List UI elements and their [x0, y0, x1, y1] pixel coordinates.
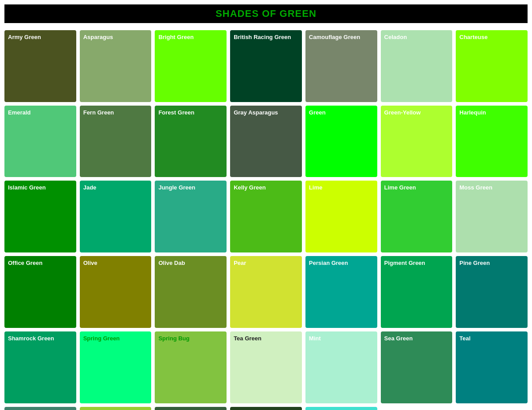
color-cell: Kelly Green: [230, 181, 302, 252]
color-cell: Lime: [305, 181, 377, 252]
color-cell: Sea Green: [381, 331, 453, 403]
color-name: Olive Dab: [158, 260, 185, 267]
color-cell: Asparagus: [80, 30, 152, 102]
color-cell: Shamrock Green: [4, 331, 76, 403]
color-cell: Harlequin: [456, 106, 528, 177]
color-name: Gray Asparagus: [234, 109, 278, 117]
color-cell: Pear: [230, 256, 302, 328]
title-highlight: GREEN: [280, 8, 317, 19]
color-cell: Yellow-Green: [80, 407, 152, 410]
color-name: Army Green: [8, 34, 41, 41]
color-name: Teal: [459, 335, 470, 343]
color-name: Lime: [309, 184, 322, 192]
color-cell: Hunter Green: [155, 407, 227, 410]
color-cell: Celadon: [381, 30, 453, 102]
color-name: Charteuse: [459, 34, 488, 41]
color-cell: Green-Yellow: [381, 106, 453, 177]
color-cell: Pigment Green: [381, 256, 453, 328]
color-name: British Racing Green: [234, 34, 291, 41]
color-name: Asparagus: [83, 34, 113, 41]
color-name: Harlequin: [459, 109, 486, 117]
color-name: Spring Bug: [158, 335, 189, 343]
color-cell: Jungle Green: [155, 181, 227, 252]
color-name: Camouflage Green: [309, 34, 360, 41]
color-name: Emerald: [8, 109, 31, 117]
color-grid: Army GreenAsparagusBright GreenBritish R…: [4, 30, 528, 410]
color-cell: Persian Green: [305, 256, 377, 328]
color-name: Tea Green: [234, 335, 262, 343]
color-cell: Pine Green: [456, 256, 528, 328]
color-cell: Teal: [456, 331, 528, 403]
color-cell: Forest Green: [155, 106, 227, 177]
color-name: Green-Yellow: [384, 109, 421, 117]
color-cell: Olive Dab: [155, 256, 227, 328]
color-name: Jade: [83, 184, 97, 192]
color-name: Olive: [83, 260, 98, 267]
color-cell: Camouflage Green: [305, 30, 377, 102]
color-name: Mint: [309, 335, 321, 343]
color-cell: Viridian: [4, 407, 76, 410]
color-cell: Myrtle: [230, 407, 302, 410]
color-name: Kelly Green: [234, 184, 266, 192]
color-name: Forest Green: [158, 109, 194, 117]
color-name: Celadon: [384, 34, 407, 41]
color-name: Spring Green: [83, 335, 120, 343]
color-name: Sea Green: [384, 335, 413, 343]
color-name: Persian Green: [309, 260, 348, 267]
color-name: Shamrock Green: [8, 335, 54, 343]
color-cell: Lime Green: [381, 181, 453, 252]
color-cell: Army Green: [4, 30, 76, 102]
color-cell: Spring Bug: [155, 331, 227, 403]
color-cell: Olive: [80, 256, 152, 328]
color-cell: Spring Green: [80, 331, 152, 403]
color-cell: Emerald: [4, 106, 76, 177]
color-cell: Bright Green: [155, 30, 227, 102]
color-name: Bright Green: [158, 34, 193, 41]
color-cell: Office Green: [4, 256, 76, 328]
color-name: Office Green: [8, 260, 43, 267]
color-cell: British Racing Green: [230, 30, 302, 102]
color-cell: Gray Asparagus: [230, 106, 302, 177]
color-cell: Islamic Green: [4, 181, 76, 252]
color-cell: Mint: [305, 331, 377, 403]
color-name: Pigment Green: [384, 260, 425, 267]
color-cell: Tea Green: [230, 331, 302, 403]
color-name: Green: [309, 109, 326, 117]
color-name: Moss Green: [459, 184, 492, 192]
color-name: Fern Green: [83, 109, 114, 117]
title-prefix: SHADES OF: [215, 8, 279, 19]
color-cell: Fern Green: [80, 106, 152, 177]
color-name: Lime Green: [384, 184, 416, 192]
color-cell: [381, 407, 453, 410]
color-cell: Green: [305, 106, 377, 177]
color-name: Islamic Green: [8, 184, 46, 192]
color-name: Jungle Green: [158, 184, 195, 192]
color-name: Pine Green: [459, 260, 490, 267]
color-cell: Moss Green: [456, 181, 528, 252]
color-cell: Turquoise: [305, 407, 377, 410]
title-bar: SHADES OF GREEN: [4, 4, 528, 23]
color-cell: [456, 407, 528, 410]
color-cell: Jade: [80, 181, 152, 252]
color-name: Pear: [234, 260, 246, 267]
color-cell: Charteuse: [456, 30, 528, 102]
